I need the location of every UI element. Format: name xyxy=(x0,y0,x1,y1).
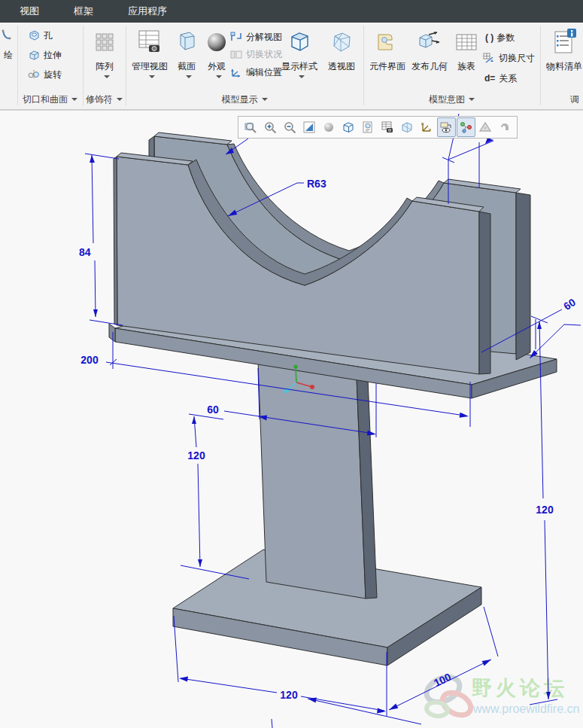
explode-view-button[interactable]: 分解视图 xyxy=(229,29,282,45)
saved-orientations-icon[interactable] xyxy=(359,117,378,137)
hole-icon xyxy=(27,29,41,41)
edit-position-button[interactable]: 编辑位置 xyxy=(229,64,282,81)
chevron-down-icon xyxy=(299,75,305,78)
manage-views-icon xyxy=(136,27,163,57)
display-style-mini-icon[interactable] xyxy=(339,117,358,137)
watermark-url: www.proewildfire.cn xyxy=(473,702,579,716)
chevron-down-icon xyxy=(186,75,192,78)
parameters-button[interactable]: ( ) 参数 xyxy=(485,29,515,46)
menu-bar: 视图 框架 应用程序 xyxy=(0,0,583,23)
watermark-logo-icon xyxy=(418,663,478,728)
edit-position-icon xyxy=(229,66,243,78)
annotation-display-icon[interactable] xyxy=(437,117,456,137)
chevron-down-icon xyxy=(71,98,77,101)
chevron-down-icon xyxy=(117,98,123,101)
toggle-dimensions-icon xyxy=(482,52,496,64)
watermark-title: 野火论坛 xyxy=(472,675,568,702)
publish-geometry-button[interactable]: 发布几何 xyxy=(409,26,450,89)
relations-icon: d= xyxy=(484,73,495,84)
relations-button[interactable]: d= 关系 xyxy=(484,70,517,87)
zoom-out-icon[interactable] xyxy=(281,117,299,137)
pattern-button[interactable]: 阵列 xyxy=(84,26,125,89)
zoom-region-icon[interactable] xyxy=(241,117,260,137)
view-manager-icon[interactable] xyxy=(378,117,397,137)
ribbon: 绘 孔 拉伸 旋转 xyxy=(0,23,583,110)
hole-button[interactable]: 孔 xyxy=(27,27,53,44)
sections-button[interactable]: 截面 xyxy=(172,26,202,89)
toggle-status-button[interactable]: 切换状况 xyxy=(229,46,282,62)
spin-center-icon[interactable] xyxy=(457,117,475,137)
tab-applications[interactable]: 应用程序 xyxy=(117,0,178,23)
sections-icon xyxy=(175,27,199,57)
in-graphics-toolbar xyxy=(238,116,518,139)
publish-geometry-icon xyxy=(417,27,442,57)
pattern-icon xyxy=(94,27,115,57)
toggle-dimensions-button[interactable]: 切换尺寸 xyxy=(482,50,535,66)
chevron-down-icon xyxy=(149,75,155,78)
group-cut-surface[interactable]: 切口和曲面 xyxy=(17,92,83,107)
manage-views-button[interactable]: 管理视图 xyxy=(128,26,172,89)
datum-display-icon[interactable] xyxy=(418,117,436,137)
group-model-intent[interactable]: 模型意图 xyxy=(363,92,540,107)
previous-tool-icon[interactable] xyxy=(496,117,515,137)
family-table-icon xyxy=(455,27,478,57)
tab-view[interactable]: 视图 xyxy=(9,0,50,23)
explode-view-icon xyxy=(229,31,243,43)
appearance-icon xyxy=(205,27,228,57)
zoom-in-icon[interactable] xyxy=(261,117,280,137)
shading-icon[interactable] xyxy=(320,117,339,137)
appearance-button[interactable]: 外观 xyxy=(202,26,232,89)
display-style-button[interactable]: 显示样式 xyxy=(280,26,319,89)
perspective-button[interactable]: 透视图 xyxy=(322,26,361,89)
chevron-down-icon xyxy=(469,98,475,101)
parameters-icon: ( ) xyxy=(485,32,493,43)
bill-of-materials-icon xyxy=(551,27,578,57)
chevron-down-icon xyxy=(216,75,222,78)
extrude-button[interactable]: 拉伸 xyxy=(27,47,62,63)
perspective-icon xyxy=(329,27,354,57)
section-icon[interactable] xyxy=(398,117,417,137)
group-investigate[interactable]: 调 xyxy=(560,92,583,107)
extrude-icon xyxy=(27,49,41,61)
group-model-display[interactable]: 模型显示 xyxy=(126,92,363,107)
chevron-down-icon xyxy=(104,75,110,78)
tab-frame[interactable]: 框架 xyxy=(63,0,104,23)
group-modifiers[interactable]: 修饰符 xyxy=(83,92,126,107)
sketch-icon xyxy=(2,29,15,47)
chevron-down-icon xyxy=(262,98,268,101)
analysis-icon[interactable] xyxy=(476,117,495,137)
revolve-icon xyxy=(27,69,41,81)
refit-icon[interactable] xyxy=(300,117,319,137)
family-table-button[interactable]: 族表 xyxy=(451,26,481,89)
graphics-area[interactable] xyxy=(0,110,583,728)
watermark: 野火论坛 www.proewildfire.cn xyxy=(418,663,583,728)
revolve-button[interactable]: 旋转 xyxy=(27,66,62,83)
component-interface-icon xyxy=(375,27,399,57)
bill-of-materials-button[interactable]: 物料清单 xyxy=(543,26,583,89)
component-interface-button[interactable]: 元件界面 xyxy=(367,26,408,89)
sketch-button[interactable]: 绘 xyxy=(0,29,17,62)
display-style-icon xyxy=(287,27,311,57)
toggle-status-icon xyxy=(229,48,243,60)
